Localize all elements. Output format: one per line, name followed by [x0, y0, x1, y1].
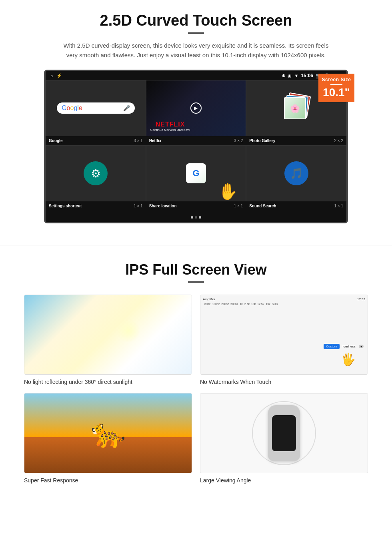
- badge-bar: [330, 84, 342, 85]
- play-button[interactable]: ▶: [190, 102, 202, 114]
- location-icon: ◉: [288, 73, 292, 78]
- section-curved-screen: 2.5D Curved Touch Screen With 2.5D curve…: [0, 0, 392, 233]
- app-labels-top: Google 3 × 1 Netflix 3 × 2 Photo Gallery…: [46, 136, 346, 145]
- amplifier-card: Amplifier 17:33 60hz100hz200hz500hz1k2.5…: [200, 295, 368, 385]
- amp-header: Amplifier 17:33: [203, 297, 365, 301]
- settings-app-cell[interactable]: ⚙: [46, 145, 146, 201]
- badge-title: Screen Size: [321, 77, 352, 82]
- home-icon[interactable]: ⌂: [50, 73, 53, 78]
- amp-eq-bars: [203, 306, 365, 342]
- amplifier-bg: Amplifier 17:33 60hz100hz200hz500hz1k2.5…: [200, 295, 368, 374]
- device-mockup: Screen Size 10.1" ⌂ ⚡ ✱ ◉ ▼ 15:06 📷 🔊 ✕: [44, 70, 348, 223]
- sunlight-bg: [24, 295, 192, 374]
- amp-hand-icon: 🖐: [341, 352, 356, 366]
- settings-icon: ⚙: [84, 161, 108, 185]
- google-size: 3 × 1: [134, 138, 143, 143]
- settings-cell-bg: ⚙: [46, 146, 146, 201]
- share-label-cell: Share location 1 × 1: [146, 203, 246, 209]
- settings-label: Settings shortcut: [49, 204, 82, 208]
- car-body: [268, 405, 300, 461]
- maps-letter: G: [192, 168, 199, 179]
- maps-icon: G: [186, 163, 206, 183]
- cheetah-bg: 🐆: [24, 393, 192, 473]
- page-dot-3: [199, 216, 201, 219]
- hand-icon: 🤚: [218, 182, 238, 201]
- status-time: 15:06: [301, 73, 313, 78]
- app-labels-bottom: Settings shortcut 1 × 1 Share location 1…: [46, 201, 346, 211]
- share-label: Share location: [149, 204, 177, 208]
- image-grid: No light reflecting under 360° direct su…: [24, 295, 368, 484]
- amp-toggle[interactable]: ●: [359, 345, 364, 348]
- amp-time: 17:33: [357, 297, 365, 301]
- amp-loudness-label: loudness: [343, 345, 356, 348]
- section2-underline: [188, 281, 204, 283]
- google-mic-icon[interactable]: 🎤: [123, 105, 130, 111]
- car-image: [200, 393, 368, 473]
- gallery-label-cell: Photo Gallery 2 × 2: [246, 138, 346, 144]
- netflix-size: 3 × 2: [234, 138, 243, 143]
- amplifier-image: Amplifier 17:33 60hz100hz200hz500hz1k2.5…: [200, 295, 368, 375]
- sound-icon: 🎵: [284, 161, 308, 185]
- screen-size-badge: Screen Size 10.1": [318, 74, 354, 102]
- share-size: 1 × 1: [234, 204, 243, 208]
- google-label-cell: Google 3 × 1: [46, 138, 146, 144]
- app-grid-top: Google 🎤 ▶ NETFLIX Continue Marvel's Dar…: [46, 80, 346, 136]
- amp-title: Amplifier: [203, 297, 215, 301]
- section2-title: IPS Full Screen View: [24, 261, 368, 278]
- sunlight-image: [24, 295, 192, 375]
- device-screen: ⌂ ⚡ ✱ ◉ ▼ 15:06 📷 🔊 ✕ ▭: [44, 70, 348, 223]
- netflix-label-cell: Netflix 3 × 2: [146, 138, 246, 144]
- cheetah-card: 🐆 Super Fast Response: [24, 393, 192, 484]
- photo-stack: 🌸: [282, 94, 310, 122]
- sound-label-cell: Sound Search 1 × 1: [246, 203, 346, 209]
- car-card: Large Viewing Angle: [200, 393, 368, 484]
- sound-label: Sound Search: [249, 204, 276, 208]
- status-bar-left: ⌂ ⚡: [50, 73, 62, 78]
- section1-underline: [188, 32, 204, 34]
- car-body-inner: [272, 415, 296, 451]
- amp-custom-btn: Custom: [324, 344, 340, 349]
- sound-size: 1 × 1: [334, 204, 343, 208]
- sun-glow: [116, 319, 140, 343]
- daredevil-background: ▶ NETFLIX Continue Marvel's Daredevil: [146, 80, 246, 136]
- badge-size: 10.1": [321, 86, 352, 99]
- sunlight-card: No light reflecting under 360° direct su…: [24, 295, 192, 385]
- google-label: Google: [49, 138, 62, 143]
- section1-title: 2.5D Curved Touch Screen: [24, 12, 368, 29]
- sunlight-caption: No light reflecting under 360° direct su…: [24, 379, 192, 385]
- car-bg: [200, 393, 368, 473]
- google-search-bar[interactable]: Google 🎤: [57, 102, 134, 114]
- netflix-overlay: NETFLIX Continue Marvel's Daredevil: [150, 121, 190, 132]
- netflix-label: Netflix: [149, 138, 162, 143]
- share-location-app-cell[interactable]: G 🤚: [146, 145, 246, 201]
- section-ips: IPS Full Screen View No light reflecting…: [0, 257, 392, 496]
- cheetah-icon: 🐆: [91, 417, 126, 450]
- google-logo: Google: [62, 104, 82, 112]
- settings-label-cell: Settings shortcut 1 × 1: [46, 203, 146, 209]
- netflix-logo: NETFLIX: [150, 121, 190, 128]
- gallery-label: Photo Gallery: [249, 138, 275, 143]
- cheetah-image: 🐆: [24, 393, 192, 473]
- settings-size: 1 × 1: [134, 204, 143, 208]
- app-grid-bottom: ⚙ G 🤚 🎵: [46, 145, 346, 201]
- netflix-subtitle: Continue Marvel's Daredevil: [150, 128, 190, 132]
- share-cell-bg: G 🤚: [146, 146, 246, 201]
- google-app-cell[interactable]: Google 🎤: [46, 80, 146, 136]
- wifi-icon: ▼: [294, 73, 298, 78]
- cheetah-caption: Super Fast Response: [24, 477, 192, 484]
- page-dot-1: [191, 216, 193, 219]
- car-caption: Large Viewing Angle: [200, 477, 368, 484]
- google-cell-bg: Google 🎤: [46, 80, 146, 136]
- bluetooth-icon: ✱: [282, 73, 285, 78]
- section-divider: [0, 245, 392, 245]
- netflix-app-cell[interactable]: ▶ NETFLIX Continue Marvel's Daredevil: [146, 80, 246, 136]
- page-dot-2: [195, 216, 197, 219]
- section1-description: With 2.5D curved-display screen, this de…: [60, 41, 332, 60]
- status-bar: ⌂ ⚡ ✱ ◉ ▼ 15:06 📷 🔊 ✕ ▭: [46, 71, 346, 80]
- car-top-view: [268, 405, 300, 461]
- gallery-size: 2 × 2: [334, 138, 343, 143]
- sound-search-app-cell[interactable]: 🎵: [246, 145, 346, 201]
- usb-icon: ⚡: [56, 73, 62, 78]
- amplifier-caption: No Watermarks When Touch: [200, 379, 368, 385]
- page-indicator: [46, 216, 346, 219]
